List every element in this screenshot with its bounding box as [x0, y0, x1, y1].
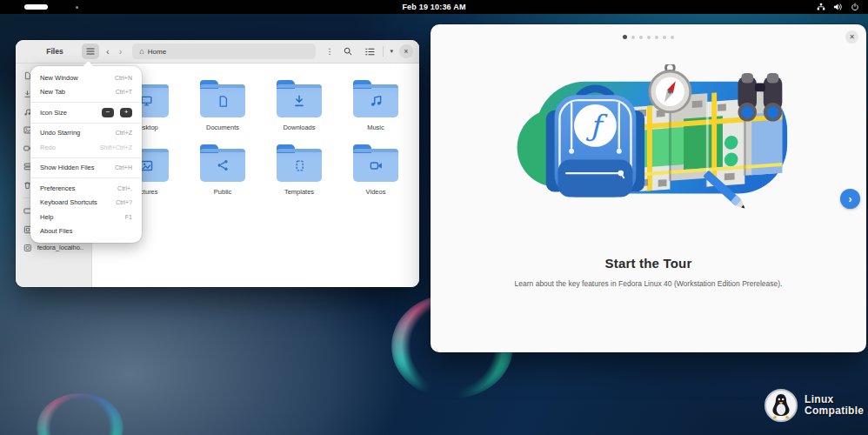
download-glyph-icon [277, 84, 322, 117]
page-dot [671, 36, 674, 39]
clock[interactable]: Feb 19 10:36 AM [0, 3, 868, 11]
hamburger-menu-popup: New Window Ctrl+N New Tab Ctrl+T Icon Si… [30, 66, 142, 243]
files-headerbar: Files ‹ › ⌂ Home ⋮ ▾ × [16, 40, 419, 64]
top-bar: Feb 19 10:36 AM [0, 0, 868, 14]
menu-item-undo-starring[interactable]: Undo Starring Ctrl+Z [30, 126, 142, 141]
tour-window: ✕ [431, 24, 866, 352]
linux-compatible-watermark: Linux Compatible [764, 388, 864, 423]
system-status-area[interactable] [817, 0, 859, 14]
forward-button[interactable]: › [117, 47, 125, 57]
menu-separator [30, 102, 142, 103]
tour-next-button[interactable]: › [840, 189, 860, 209]
files-window-title: Files [32, 47, 77, 56]
folder-icon [200, 149, 245, 182]
folder-icon [353, 84, 398, 117]
folder-downloads[interactable]: Downloads [261, 77, 337, 142]
folder-icon [200, 84, 245, 117]
menu-item-new-tab[interactable]: New Tab Ctrl+T [30, 85, 142, 100]
menu-item-redo: Redo Shift+Ctrl+Z [30, 140, 142, 155]
folder-icon [277, 84, 322, 117]
page-dot [631, 36, 635, 39]
video-glyph-icon [353, 149, 398, 182]
back-button[interactable]: ‹ [103, 47, 112, 57]
folder-music[interactable]: Music [337, 77, 414, 142]
search-button[interactable] [339, 44, 357, 59]
document-glyph-icon [200, 84, 245, 117]
page-dot-active [623, 35, 627, 39]
tour-page-dots[interactable] [431, 35, 866, 39]
tux-penguin-icon [764, 388, 798, 423]
tour-illustration: ƒ [504, 64, 792, 218]
hamburger-menu-button[interactable] [82, 44, 99, 59]
menu-item-new-window[interactable]: New Window Ctrl+N [30, 70, 142, 85]
menu-item-help[interactable]: Help F1 [30, 210, 142, 224]
folder-videos[interactable]: Videos [337, 142, 414, 206]
sidebar-item-label: fedora_localho... [37, 244, 83, 251]
volume-icon [833, 3, 843, 11]
path-bar[interactable]: ⌂ Home [132, 44, 316, 59]
menu-item-about-files[interactable]: About Files [30, 224, 142, 239]
folder-label: Templates [284, 188, 314, 196]
folder-documents[interactable]: Documents [184, 77, 261, 142]
icon-size-increase-button[interactable]: + [120, 108, 132, 117]
view-options-caret[interactable]: ▾ [390, 48, 393, 55]
path-label: Home [148, 48, 166, 56]
icon-size-decrease-button[interactable]: − [102, 108, 114, 117]
template-glyph-icon [277, 149, 322, 182]
folder-public[interactable]: Public [184, 142, 261, 206]
files-close-button[interactable]: × [399, 44, 413, 58]
page-dot [647, 36, 651, 39]
watermark-line2: Compatible [805, 405, 864, 417]
home-icon: ⌂ [139, 48, 144, 56]
folder-icon [353, 149, 398, 182]
folder-label: Public [214, 188, 231, 196]
power-icon [851, 3, 859, 11]
menu-separator [30, 123, 142, 124]
files-window: Files ‹ › ⌂ Home ⋮ ▾ × [16, 40, 419, 287]
tour-description: Learn about the key features in Fedora L… [431, 279, 866, 288]
folder-icon [277, 149, 322, 182]
menu-item-keyboard-shortcuts[interactable]: Keyboard Shortcuts Ctrl+? [30, 196, 142, 211]
tour-title: Start the Tour [431, 256, 866, 271]
menu-item-icon-size: Icon Size − + [30, 105, 142, 120]
folder-label: Documents [206, 124, 239, 131]
folder-templates[interactable]: Templates [261, 142, 337, 206]
menu-item-show-hidden-files[interactable]: Show Hidden Files Ctrl+H [30, 161, 142, 176]
share-glyph-icon [200, 149, 245, 182]
network-wired-icon [817, 3, 825, 11]
page-dot [655, 36, 658, 39]
watermark-line1: Linux [805, 394, 864, 405]
folder-label: Videos [366, 188, 386, 196]
music-glyph-icon [353, 84, 398, 117]
menu-separator [30, 157, 142, 158]
page-dot [639, 36, 643, 39]
menu-item-preferences[interactable]: Preferences Ctrl+, [30, 181, 142, 196]
folder-label: Music [367, 124, 384, 131]
header-divider [383, 46, 384, 57]
view-toggle-button[interactable] [361, 44, 378, 59]
page-dot [663, 36, 666, 39]
tour-close-button[interactable]: ✕ [845, 30, 858, 44]
menu-separator [30, 177, 142, 178]
folder-label: Downloads [283, 124, 315, 131]
kebab-menu-button[interactable]: ⋮ [324, 47, 335, 56]
